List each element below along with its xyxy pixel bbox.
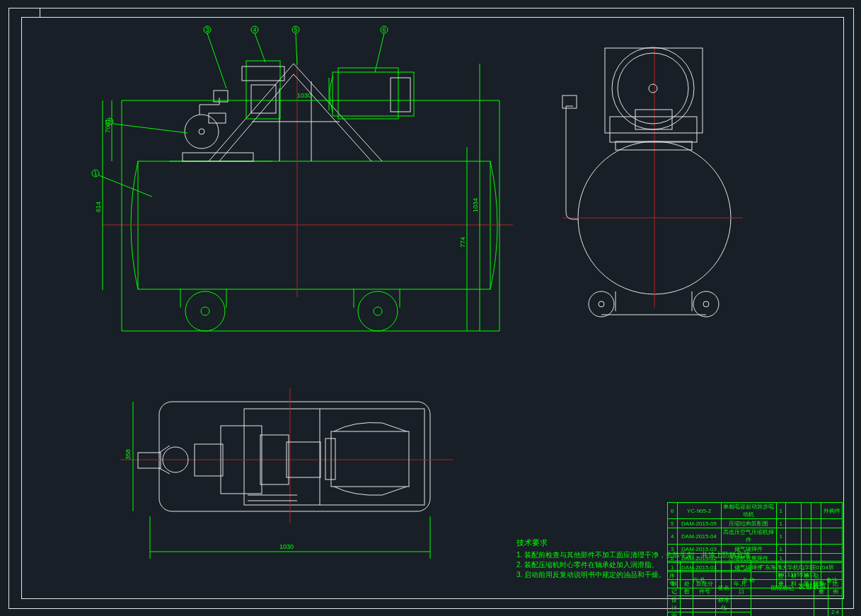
- svg-text:1: 1: [93, 170, 97, 177]
- svg-text:1034: 1034: [472, 198, 479, 212]
- svg-point-4: [201, 307, 209, 315]
- svg-line-34: [255, 33, 265, 62]
- svg-text:6: 6: [382, 26, 386, 33]
- svg-text:7001: 7001: [104, 119, 111, 133]
- svg-point-5: [358, 291, 398, 331]
- svg-rect-18: [391, 78, 410, 112]
- svg-rect-16: [333, 72, 414, 116]
- svg-point-69: [599, 301, 604, 307]
- svg-rect-80: [331, 431, 409, 487]
- svg-rect-25: [209, 113, 226, 123]
- svg-text:1030: 1030: [279, 543, 294, 550]
- svg-text:5: 5: [294, 26, 297, 33]
- svg-text:3: 3: [205, 26, 209, 33]
- table-row: 4DAM-2015-04高低压空气压缩机焊件1: [668, 528, 843, 545]
- table-row: 5DAM-2015-05压缩结构装配图1: [668, 519, 843, 528]
- svg-line-32: [207, 33, 226, 88]
- svg-rect-63: [605, 48, 703, 133]
- svg-rect-21: [242, 66, 284, 81]
- svg-point-70: [693, 291, 719, 317]
- svg-line-36: [296, 33, 297, 65]
- svg-line-42: [99, 175, 152, 197]
- svg-point-23: [185, 115, 219, 149]
- svg-point-3: [185, 291, 225, 331]
- svg-rect-12: [183, 153, 253, 161]
- svg-point-60: [612, 47, 694, 129]
- svg-rect-17: [338, 68, 398, 119]
- svg-point-68: [589, 291, 614, 317]
- svg-text:358: 358: [125, 449, 132, 460]
- svg-point-6: [374, 307, 382, 315]
- svg-rect-87: [138, 453, 161, 468]
- svg-line-38: [375, 33, 384, 72]
- svg-rect-76: [244, 409, 424, 505]
- svg-point-61: [618, 53, 688, 124]
- svg-text:774: 774: [459, 237, 466, 248]
- svg-rect-81: [325, 438, 335, 480]
- svg-line-40: [113, 124, 187, 133]
- svg-point-71: [703, 301, 709, 307]
- svg-text:614: 614: [95, 202, 102, 212]
- table-row: 3DAM-2015-03储气罐焊件1: [668, 545, 843, 554]
- product-name: 发射装置: [798, 581, 826, 591]
- svg-text:4: 4: [253, 26, 256, 33]
- dim: 1030: [297, 92, 311, 99]
- table-row: 6YC-905-2单相电容起动异步电动机1外购件: [668, 503, 843, 519]
- svg-point-24: [199, 129, 204, 134]
- svg-point-62: [649, 84, 657, 93]
- svg-rect-66: [635, 110, 672, 129]
